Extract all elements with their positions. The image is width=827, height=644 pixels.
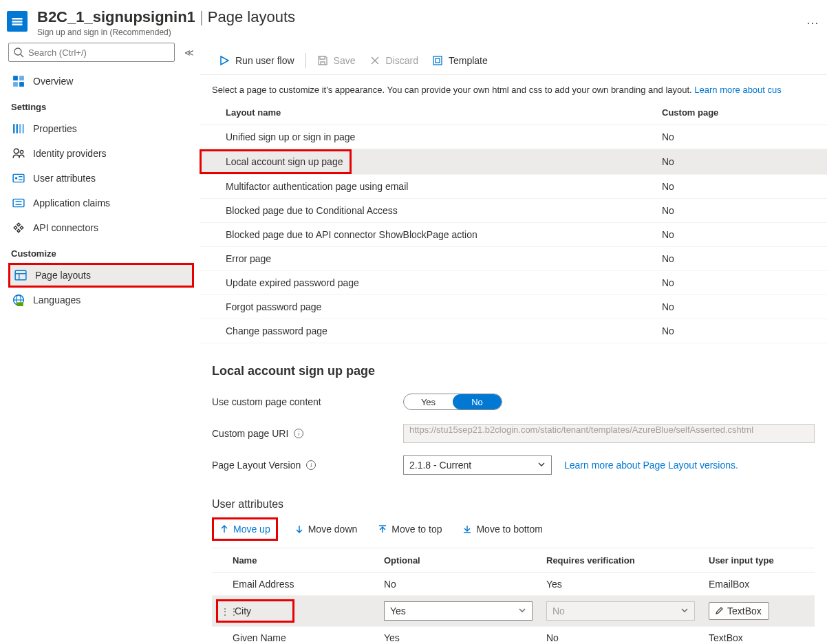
- nav-group-settings: Settings: [8, 94, 194, 116]
- attr-row[interactable]: Email AddressNoYesEmailBox: [212, 573, 815, 596]
- attr-optional: Yes: [377, 627, 539, 645]
- layout-row[interactable]: Blocked page due to API connector ShowBl…: [200, 223, 827, 247]
- col-custom-page: Custom page: [648, 100, 827, 125]
- nav-overview[interactable]: Overview: [8, 69, 194, 94]
- user-attributes-title: User attributes: [212, 498, 815, 511]
- version-learn-link[interactable]: Learn more about Page Layout versions.: [564, 460, 738, 471]
- nav-user-attributes[interactable]: User attributes: [8, 166, 194, 191]
- app-icon: [7, 11, 28, 32]
- attr-verify: Yes: [539, 573, 702, 596]
- layout-name: Unified sign up or sign in page: [200, 125, 648, 149]
- info-icon[interactable]: i: [294, 429, 303, 438]
- layout-custom: No: [648, 175, 827, 199]
- use-custom-label: Use custom page content: [212, 396, 403, 407]
- layout-row[interactable]: Multifactor authentication page using em…: [200, 175, 827, 199]
- optional-select[interactable]: Yes: [384, 601, 533, 621]
- identity-icon: [12, 147, 25, 160]
- layout-row[interactable]: Blocked page due to Conditional AccessNo: [200, 199, 827, 223]
- layout-row[interactable]: Local account sign up pageNo: [200, 149, 827, 175]
- run-user-flow-button[interactable]: Run user flow: [212, 50, 301, 72]
- move-bottom-button[interactable]: Move to bottom: [458, 521, 547, 537]
- layout-name: Forgot password page: [200, 295, 648, 319]
- sidebar: ≪ Overview Settings Properties Identit: [0, 43, 200, 644]
- nav-identity-providers[interactable]: Identity providers: [8, 141, 194, 166]
- search-field[interactable]: [28, 47, 170, 58]
- learn-more-link[interactable]: Learn more about cus: [694, 85, 781, 95]
- user-attributes-icon: [12, 172, 25, 184]
- svg-point-3: [14, 48, 21, 55]
- input-type-button[interactable]: TextBox: [709, 602, 769, 620]
- svg-marker-29: [221, 56, 228, 65]
- layout-row[interactable]: Error pageNo: [200, 247, 827, 271]
- attr-input-type: TextBox: [702, 627, 815, 645]
- layout-name: Blocked page due to Conditional Access: [200, 199, 648, 223]
- info-icon[interactable]: i: [306, 460, 316, 470]
- discard-button: Discard: [363, 50, 425, 72]
- layout-custom: No: [648, 247, 827, 271]
- version-select[interactable]: 2.1.8 - Current: [403, 455, 552, 475]
- api-connectors-icon: [12, 222, 25, 234]
- more-actions-button[interactable]: ⋯: [806, 15, 820, 30]
- layout-custom: No: [648, 295, 827, 319]
- toggle-yes[interactable]: Yes: [404, 394, 453, 409]
- layout-row[interactable]: Unified sign up or sign in pageNo: [200, 125, 827, 149]
- layout-row[interactable]: Update expired password pageNo: [200, 271, 827, 295]
- languages-icon: [12, 294, 25, 306]
- properties-icon: [12, 122, 25, 135]
- layout-name: Update expired password page: [200, 271, 648, 295]
- svg-rect-12: [23, 124, 24, 133]
- col-layout-name: Layout name: [200, 100, 648, 125]
- attr-optional: No: [377, 573, 539, 596]
- svg-point-16: [15, 177, 17, 179]
- svg-rect-1: [12, 21, 23, 23]
- layout-custom: No: [648, 271, 827, 295]
- nav-api-connectors[interactable]: API connectors: [8, 215, 194, 240]
- svg-point-13: [14, 149, 19, 153]
- use-custom-toggle[interactable]: Yes No: [403, 394, 502, 410]
- col-attr-verify: Requires verification: [539, 548, 702, 573]
- drag-handle-icon[interactable]: ⋮⋮: [221, 609, 228, 614]
- attr-name: Email Address: [212, 573, 377, 596]
- attr-input-type: EmailBox: [702, 573, 815, 596]
- svg-rect-33: [436, 58, 440, 63]
- collapse-sidebar-button[interactable]: ≪: [184, 47, 194, 58]
- svg-rect-15: [13, 174, 24, 182]
- page-subtitle: Sign up and sign in (Recommended): [37, 28, 786, 37]
- layout-name: Error page: [200, 247, 648, 271]
- attr-row[interactable]: ⋮⋮CityYesNoTextBox: [212, 596, 815, 627]
- svg-rect-9: [13, 124, 14, 133]
- layout-name: Local account sign up page: [200, 149, 352, 174]
- col-attr-name: Name: [212, 548, 377, 573]
- move-top-button[interactable]: Move to top: [374, 521, 446, 537]
- search-input[interactable]: [8, 43, 175, 62]
- svg-rect-32: [433, 56, 442, 65]
- layout-custom: No: [648, 319, 827, 343]
- layout-row[interactable]: Change password pageNo: [200, 319, 827, 343]
- page-header: B2C_1_signupsignin1 | Page layouts Sign …: [0, 0, 827, 43]
- nav-application-claims[interactable]: Application claims: [8, 191, 194, 215]
- verify-select: No: [546, 601, 695, 621]
- overview-icon: [12, 75, 25, 87]
- toggle-no[interactable]: No: [453, 394, 502, 409]
- detail-title: Local account sign up page: [212, 364, 815, 378]
- move-up-button[interactable]: Move up: [215, 521, 275, 537]
- attr-row[interactable]: Given NameYesNoTextBox: [212, 627, 815, 645]
- svg-line-4: [21, 54, 23, 57]
- chevron-down-icon: [518, 605, 526, 616]
- layout-row[interactable]: Forgot password pageNo: [200, 295, 827, 319]
- app-claims-icon: [12, 197, 25, 209]
- move-down-button[interactable]: Move down: [290, 521, 362, 537]
- chevron-down-icon: [537, 460, 546, 471]
- layout-name: Blocked page due to API connector ShowBl…: [200, 223, 648, 247]
- layout-custom: No: [648, 199, 827, 223]
- svg-rect-19: [13, 199, 24, 206]
- nav-languages[interactable]: Languages: [8, 288, 194, 312]
- svg-rect-22: [15, 270, 26, 280]
- nav-properties[interactable]: Properties: [8, 116, 194, 141]
- layout-name: Change password page: [200, 319, 648, 343]
- uri-label: Custom page URI: [212, 428, 288, 439]
- svg-rect-5: [13, 76, 18, 80]
- save-button: Save: [310, 50, 363, 72]
- template-button[interactable]: Template: [425, 50, 495, 72]
- nav-page-layouts[interactable]: Page layouts: [8, 263, 194, 288]
